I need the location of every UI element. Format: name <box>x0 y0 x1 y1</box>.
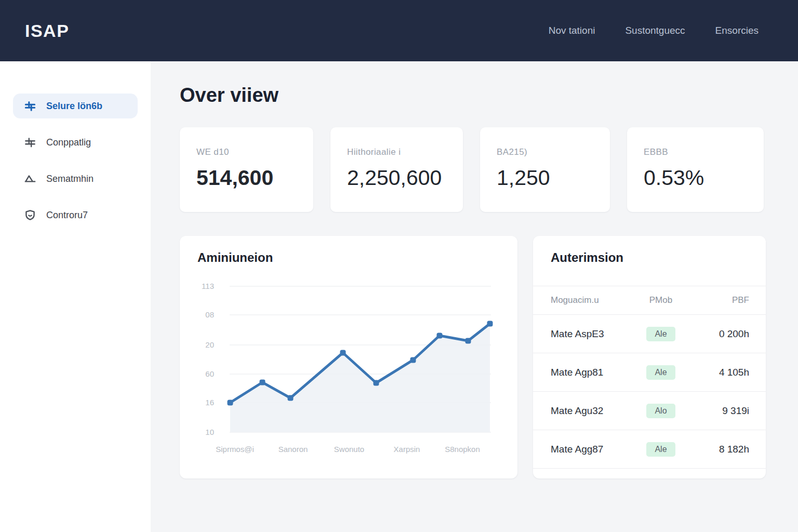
main-content: Over viiew WE d10 514,600 Hiithoriaalie … <box>151 61 798 532</box>
status-badge: Alo <box>646 404 675 418</box>
stat-label: WE d10 <box>196 147 313 157</box>
table-row: Mate Agu32 Alo 9 319i <box>533 392 766 430</box>
status-badge: Ale <box>646 327 675 341</box>
sidebar: Selure lön6b Conppatlig Sematmhin Contro… <box>0 61 151 532</box>
stat-card-3: BA215) 1,250 <box>480 127 610 212</box>
sidebar-item-label: Selure lön6b <box>46 101 102 112</box>
svg-text:10: 10 <box>205 428 214 436</box>
nav-item-3[interactable]: Ensorcies <box>715 25 759 36</box>
table-title: Auterimsion <box>533 236 766 265</box>
status-badge: Ale <box>646 365 675 380</box>
row-name: Mate Agu32 <box>551 405 635 417</box>
svg-text:Sanoron: Sanoron <box>278 445 308 454</box>
stat-value: 0.53% <box>644 166 764 190</box>
column-header: Moguacim.u <box>551 295 635 305</box>
column-header: PMob <box>635 295 687 305</box>
svg-text:S8nopkon: S8nopkon <box>445 445 480 454</box>
stat-card-2: Hiithoriaalie i 2,250,600 <box>330 127 463 212</box>
mountain-icon <box>23 172 37 185</box>
status-badge: Ale <box>646 442 675 457</box>
sidebar-item-label: Controru7 <box>46 210 88 221</box>
row-value: 0 200h <box>687 328 749 340</box>
sidebar-item-1[interactable]: Selure lön6b <box>13 94 138 118</box>
sliders-icon <box>23 136 37 149</box>
sliders-icon <box>23 99 37 113</box>
stat-card-4: EBBB 0.53% <box>627 127 764 212</box>
svg-text:16: 16 <box>205 398 214 407</box>
row-value: 9 319i <box>687 405 749 417</box>
row-value: 8 182h <box>687 444 749 455</box>
stat-label: BA215) <box>497 147 610 157</box>
svg-text:Siprmos@i: Siprmos@i <box>216 445 254 454</box>
stat-value: 2,250,600 <box>347 166 463 190</box>
stat-label: EBBB <box>644 147 764 157</box>
row-name: Mate AspE3 <box>551 328 635 340</box>
sidebar-item-label: Conppatlig <box>46 137 91 148</box>
sidebar-item-3[interactable]: Sematmhin <box>13 166 138 191</box>
row-value: 4 105h <box>687 367 749 378</box>
svg-text:Swonuto: Swonuto <box>334 445 364 454</box>
row-name: Mate Agg87 <box>551 444 635 455</box>
svg-text:20: 20 <box>205 340 214 349</box>
stat-card-1: WE d10 514,600 <box>180 127 313 212</box>
svg-text:Xarpsin: Xarpsin <box>394 445 420 454</box>
table-row: Mate Agp81 Ale 4 105h <box>533 353 766 392</box>
stat-value: 1,250 <box>497 166 610 190</box>
stat-label: Hiithoriaalie i <box>347 147 463 157</box>
sidebar-item-4[interactable]: Controru7 <box>13 203 138 228</box>
column-header: PBF <box>687 295 749 305</box>
table-row: Mate AspE3 Ale 0 200h <box>533 315 766 353</box>
nav-item-1[interactable]: Nov tationi <box>549 25 595 36</box>
line-chart-card: Aminiuneion 1130820601610Siprmos@iSanoro… <box>180 236 517 478</box>
table-row: Mate Agg87 Ale 8 182h <box>533 430 766 469</box>
stat-value: 514,600 <box>196 166 313 190</box>
table-header: Moguacim.u PMob PBF <box>533 286 766 315</box>
svg-text:60: 60 <box>205 369 214 378</box>
nav-item-2[interactable]: Sustontguecc <box>625 25 685 36</box>
svg-text:113: 113 <box>202 282 214 290</box>
line-chart: 1130820601610Siprmos@iSanoronSwonutoXarp… <box>180 236 517 478</box>
svg-text:08: 08 <box>205 310 214 319</box>
sidebar-item-2[interactable]: Conppatlig <box>13 130 138 155</box>
row-name: Mate Agp81 <box>551 367 635 378</box>
topbar: ISAP Nov tationi Sustontguecc Ensorcies <box>0 0 798 61</box>
app-logo: ISAP <box>25 21 69 41</box>
stat-cards-row: WE d10 514,600 Hiithoriaalie i 2,250,600… <box>180 127 798 212</box>
top-navigation: Nov tationi Sustontguecc Ensorcies <box>549 25 759 36</box>
shield-icon <box>23 208 37 222</box>
sidebar-item-label: Sematmhin <box>46 174 94 184</box>
page-title: Over viiew <box>180 84 798 107</box>
table-card: Auterimsion Moguacim.u PMob PBF Mate Asp… <box>533 236 766 478</box>
